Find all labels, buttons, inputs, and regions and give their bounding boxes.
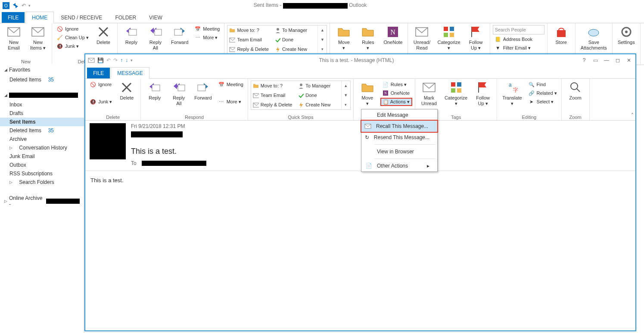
settings-button[interactable]: Settings <box>615 24 638 46</box>
msg-qs-move-to[interactable]: Move to: ? <box>251 81 296 90</box>
delete-button[interactable]: Delete <box>92 24 115 46</box>
msg-select-button[interactable]: ➤Select ▾ <box>526 98 559 106</box>
maximize-icon[interactable]: ◻ <box>614 57 622 63</box>
quick-steps-gallery[interactable]: Move to: ? Team Email Reply & Delete To … <box>227 25 327 54</box>
msg-move-button[interactable]: Move ▾ <box>356 80 379 107</box>
move-button[interactable]: Move ▾ <box>333 24 355 52</box>
msg-qs-create-new[interactable]: Create New <box>296 100 341 109</box>
msg-qs-done[interactable]: Done <box>296 90 341 100</box>
ignore-button[interactable]: 🚫Ignore <box>55 25 90 33</box>
sidebar-sent-items[interactable]: Sent Items <box>0 118 84 126</box>
forward-button[interactable]: Forward <box>168 24 191 46</box>
msg-qs-to-manager[interactable]: To Manager <box>296 81 341 90</box>
sidebar-archive[interactable]: Archive <box>0 135 84 143</box>
msg-meeting-button[interactable]: 📅Meeting <box>216 81 245 88</box>
msg-save-icon[interactable]: 💾 <box>97 57 104 63</box>
junk-button[interactable]: 🚯Junk ▾ <box>55 42 90 50</box>
msg-tab-message[interactable]: MESSAGE <box>111 67 149 79</box>
menu-resend-message[interactable]: ↻Resend This Message... <box>361 132 437 143</box>
cleanup-button[interactable]: 🧹Clean Up ▾ <box>55 34 90 41</box>
msg-zoom-button[interactable]: Zoom <box>564 80 587 102</box>
address-book-button[interactable]: 📒Address Book <box>493 35 544 43</box>
sidebar-inbox[interactable]: Inbox <box>0 100 84 109</box>
msg-delete-button[interactable]: Delete <box>115 80 138 102</box>
sidebar-deleted-items-fav[interactable]: Deleted Items 35 <box>0 75 84 84</box>
msg-qs-team-email[interactable]: Team Email <box>251 90 296 100</box>
account-header[interactable]: ◢ <box>0 90 84 100</box>
store-button[interactable]: Store <box>550 24 572 46</box>
sidebar-drafts[interactable]: Drafts <box>0 109 84 118</box>
filter-email-button[interactable]: ▼Filter Email ▾ <box>493 44 544 52</box>
followup-button[interactable]: Follow Up ▾ <box>465 24 487 52</box>
sidebar-junk-email[interactable]: Junk Email <box>0 152 84 161</box>
qs-done[interactable]: Done <box>273 35 318 44</box>
sidebar-conversation-history[interactable]: ▷ Conversation History <box>0 143 84 152</box>
msg-actions-button[interactable]: 📋Actions ▾ <box>380 98 412 106</box>
unread-read-button[interactable]: Unread/ Read <box>411 24 433 52</box>
minimize-icon[interactable]: — <box>603 57 610 63</box>
msg-undo-icon[interactable]: ↶ <box>106 57 111 63</box>
undo-qat-icon[interactable]: ↶ <box>22 3 26 9</box>
sidebar-search-folders[interactable]: ▷ Search Folders <box>0 178 84 187</box>
msg-categorize-button[interactable]: Categorize ▾ <box>442 80 470 107</box>
menu-edit-message[interactable]: Edit Message <box>361 109 437 121</box>
msg-redo-icon[interactable]: ↷ <box>113 57 118 63</box>
msg-onenote-button[interactable]: OneNote <box>380 89 412 97</box>
qs-down-icon[interactable]: ▼ <box>318 35 327 44</box>
new-items-button[interactable]: New Items ▾ <box>27 24 49 52</box>
msg-ignore-button[interactable]: 🚫Ignore <box>88 81 114 88</box>
meeting-button[interactable]: 📅Meeting <box>193 25 221 33</box>
categorize-button[interactable]: Categorize ▾ <box>435 24 463 52</box>
menu-recall-message[interactable]: Recall This Message... <box>361 120 438 133</box>
menu-view-in-browser[interactable]: View in Browser <box>361 146 437 157</box>
msg-forward-button[interactable]: Forward <box>192 80 214 102</box>
help-icon[interactable]: ? <box>580 57 588 63</box>
onenote-button[interactable]: OneNote <box>381 24 405 46</box>
msg-translate-button[interactable]: Translate ▾ <box>500 80 524 107</box>
ribbon-collapse-icon[interactable]: ▭ <box>591 57 599 63</box>
msg-followup-button[interactable]: Follow Up ▾ <box>472 80 494 107</box>
tab-view[interactable]: VIEW <box>143 12 168 23</box>
msg-reply-button[interactable]: Reply <box>143 80 166 102</box>
new-email-button[interactable]: New Email <box>3 24 25 52</box>
save-attachments-button[interactable]: Save Attachments <box>578 24 610 52</box>
msg-next-icon[interactable]: ↓ <box>125 57 128 63</box>
msg-more-button[interactable]: ⋯More ▾ <box>216 98 245 106</box>
send-receive-qat-icon[interactable] <box>12 2 19 9</box>
search-people-input[interactable]: Search People <box>493 25 544 34</box>
qs-to-manager[interactable]: To Manager <box>273 25 318 35</box>
tab-home[interactable]: HOME <box>25 12 54 23</box>
qs-up-icon[interactable]: ▲ <box>318 25 327 35</box>
tab-file[interactable]: FILE <box>2 12 25 23</box>
qs-team-email[interactable]: Team Email <box>227 35 273 44</box>
online-archive-header[interactable]: ▷Online Archive - <box>0 193 84 210</box>
tab-send-receive[interactable]: SEND / RECEIVE <box>55 12 108 23</box>
qs-more-icon[interactable]: ▾ <box>318 44 327 54</box>
rules-button[interactable]: Rules ▾ <box>357 24 379 52</box>
qs-reply-delete[interactable]: Reply & Delete <box>227 44 273 54</box>
close-icon[interactable]: ✕ <box>625 57 633 63</box>
more-respond-button[interactable]: ⋯More ▾ <box>193 34 221 41</box>
tab-folder[interactable]: FOLDER <box>109 12 142 23</box>
sidebar-deleted-items[interactable]: Deleted Items 35 <box>0 126 84 135</box>
msg-qs-down-icon[interactable]: ▼ <box>342 90 350 100</box>
menu-other-actions[interactable]: 📄Other Actions▸ <box>361 160 437 171</box>
msg-qs-reply-delete[interactable]: Reply & Delete <box>251 100 296 109</box>
msg-tab-file[interactable]: FILE <box>87 68 110 78</box>
msg-qs-up-icon[interactable]: ▲ <box>342 81 350 90</box>
msg-junk-button[interactable]: 🚯Junk ▾ <box>88 98 114 106</box>
msg-mark-unread-button[interactable]: Mark Unread <box>418 80 440 107</box>
msg-related-button[interactable]: 🔗Related ▾ <box>526 89 559 97</box>
msg-qs-more-icon[interactable]: ▾ <box>342 100 350 109</box>
qs-move-to[interactable]: Move to: ? <box>227 25 273 35</box>
msg-prev-icon[interactable]: ↑ <box>120 57 123 63</box>
msg-quick-steps-gallery[interactable]: Move to: ? Team Email Reply & Delete To … <box>251 81 351 110</box>
reply-all-button[interactable]: Reply All <box>144 24 167 52</box>
favorites-header[interactable]: ◢Favorites <box>0 64 84 75</box>
msg-rules-button[interactable]: 📄Rules ▾ <box>380 81 412 88</box>
reply-button[interactable]: Reply <box>120 24 143 46</box>
sidebar-outbox[interactable]: Outbox <box>0 161 84 169</box>
msg-reply-all-button[interactable]: Reply All <box>168 80 190 107</box>
sidebar-rss[interactable]: RSS Subscriptions <box>0 169 84 178</box>
ribbon-expand-icon[interactable]: ˄ <box>631 112 634 118</box>
